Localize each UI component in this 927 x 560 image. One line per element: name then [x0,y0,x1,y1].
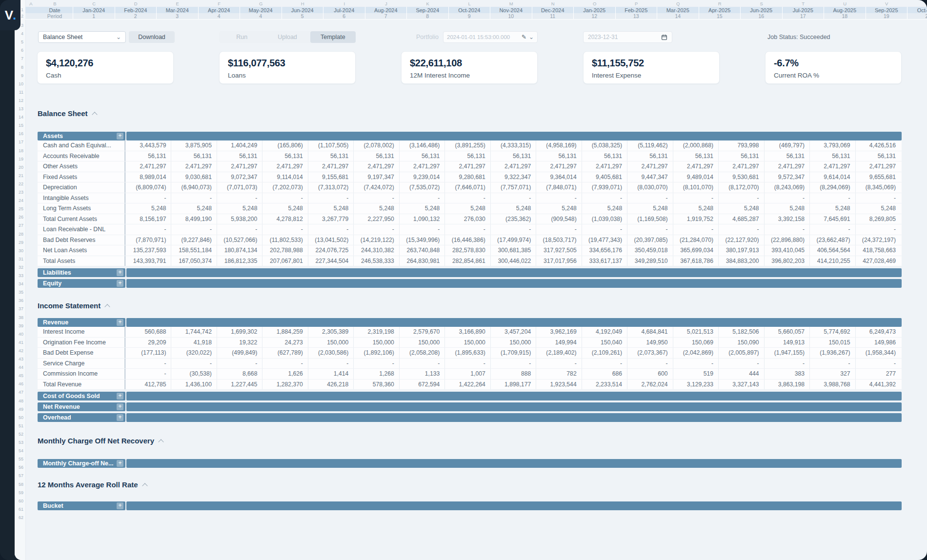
group-bar-label[interactable]: Monthly Charge-off Ne...+ [38,459,125,468]
cell[interactable]: 149,950 [627,338,672,348]
group-bar-label[interactable]: Bucket+ [38,501,125,510]
cell[interactable]: 2,471,297 [627,161,672,172]
cell[interactable]: - [855,224,901,235]
cell[interactable]: (9,227,846) [171,235,216,245]
cell[interactable]: - [855,359,901,369]
cell[interactable]: 143,393,791 [125,256,171,266]
cell[interactable]: 24,273 [262,338,307,348]
period-header-cell[interactable]: 11 [532,13,574,19]
cell[interactable]: 2,471,297 [444,161,490,172]
cell[interactable]: - [171,359,216,369]
cell[interactable]: 1,282,370 [262,380,307,390]
cell[interactable]: - [353,359,399,369]
cell[interactable]: 56,131 [809,151,855,161]
cell[interactable]: 393,410,045 [764,245,809,256]
group-bar-label[interactable]: Liabilities+ [38,268,125,277]
cell[interactable]: 1,133 [399,369,444,379]
cell[interactable]: 150,000 [399,338,444,348]
cell[interactable]: 8,269,805 [855,214,901,224]
cell[interactable]: 5,248 [217,203,262,214]
cell[interactable]: 2,471,297 [171,161,216,172]
cell[interactable]: - [217,224,262,235]
cell[interactable]: 3,863,198 [764,380,809,390]
cell[interactable]: 672,594 [399,380,444,390]
table-group-bar[interactable]: Cost of Goods Sold+ [38,392,902,400]
cell[interactable]: 9,114,014 [262,172,307,182]
cell[interactable]: (19,477,343) [582,235,627,245]
section-title-income-statement[interactable]: Income Statement [38,301,109,310]
cell[interactable]: - [627,193,672,203]
cell[interactable]: 2,471,297 [217,161,262,172]
cell[interactable]: (2,078,002) [353,140,399,151]
month-header-cell[interactable]: Nov-2024 [490,7,532,13]
download-button[interactable]: Download [129,31,175,43]
cell[interactable]: (8,030,070) [627,182,672,193]
cell[interactable]: 2,305,389 [308,327,353,337]
cell[interactable]: - [627,224,672,235]
cell[interactable]: 349,289,510 [627,256,672,266]
cell[interactable]: 135,237,593 [125,245,171,256]
cell[interactable]: 263,740,848 [399,245,444,256]
cell[interactable]: 365,699,034 [673,245,718,256]
cell[interactable]: 4,685,287 [718,214,764,224]
cell[interactable]: 2,227,950 [353,214,399,224]
cell[interactable]: (2,005,897) [718,348,764,358]
cell[interactable]: (30,538) [171,369,216,379]
cell[interactable]: - [262,224,307,235]
cell[interactable]: 5,248 [490,203,536,214]
cell[interactable]: - [764,193,809,203]
cell[interactable]: (18,503,717) [536,235,581,245]
table-group-bar[interactable]: Bucket+ [38,501,902,510]
cell[interactable]: (235,362) [490,214,536,224]
cell[interactable]: (6,940,073) [171,182,216,193]
add-icon[interactable]: + [117,133,123,140]
period-header-cell[interactable]: 9 [449,13,491,19]
cell[interactable]: (7,870,971) [125,235,171,245]
cell[interactable]: 1,626 [262,369,307,379]
cell[interactable]: - [399,193,444,203]
upload-button[interactable]: Upload [264,31,310,43]
cell[interactable]: - [855,193,901,203]
cell[interactable]: 3,129,233 [673,380,718,390]
table-group-bar[interactable]: Equity+ [38,279,902,288]
cell[interactable]: 150,090 [718,338,764,348]
cell[interactable]: 56,131 [308,151,353,161]
cell[interactable]: 9,155,681 [308,172,353,182]
cell[interactable]: 5,248 [764,203,809,214]
cell[interactable]: (6,809,074) [125,182,171,193]
cell[interactable]: (2,109,261) [582,348,627,358]
cell[interactable]: 4,441,392 [855,380,901,390]
cell[interactable]: 2,233,514 [582,380,627,390]
cell[interactable]: - [125,369,171,379]
cell[interactable]: 4,278,812 [262,214,307,224]
cell[interactable]: 2,762,024 [627,380,672,390]
cell[interactable]: 3,962,169 [536,327,581,337]
cell[interactable]: 3,988,768 [809,380,855,390]
sheet-select[interactable]: Balance Sheet ⌄ [38,31,126,43]
cell[interactable]: 149,986 [855,338,901,348]
cell[interactable]: 600 [627,369,672,379]
cell[interactable]: (1,936,267) [809,348,855,358]
cell[interactable]: - [217,193,262,203]
cell[interactable]: - [809,193,855,203]
cell[interactable]: - [308,193,353,203]
cell[interactable]: - [718,193,764,203]
cell[interactable]: - [718,224,764,235]
cell[interactable]: 686 [582,369,627,379]
cell[interactable]: 3,392,158 [764,214,809,224]
cell[interactable]: 1,923,544 [536,380,581,390]
cell[interactable]: 56,131 [627,151,672,161]
group-bar-label[interactable]: Equity+ [38,279,125,288]
cell[interactable]: 1,404,249 [217,140,262,151]
cell[interactable]: 2,471,297 [308,161,353,172]
cell[interactable]: (1,892,106) [353,348,399,358]
period-header-cell[interactable]: 4 [199,13,241,19]
cell[interactable]: 5,248 [673,203,718,214]
add-icon[interactable]: + [117,403,123,410]
cell[interactable]: 4,426,516 [855,140,901,151]
cell[interactable]: (3,146,486) [399,140,444,151]
month-header-cell[interactable]: May-2024 [240,7,282,13]
cell[interactable]: - [125,224,171,235]
period-header-cell[interactable]: 17 [783,13,825,19]
add-icon[interactable]: + [117,280,123,287]
